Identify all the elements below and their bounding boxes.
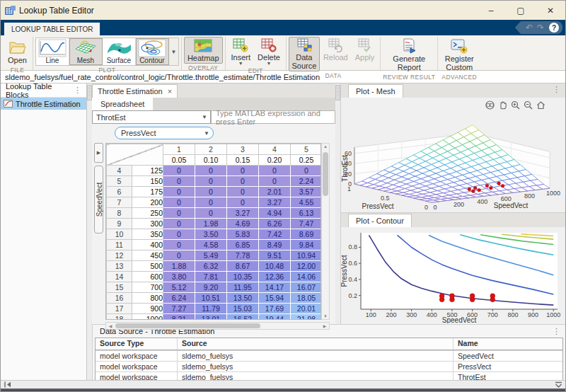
table-cell[interactable]: 4.58: [195, 240, 227, 250]
column-breakpoint[interactable]: 0.15: [227, 155, 259, 166]
matlab-expression-input[interactable]: Type MATLAB expression and press Enter: [211, 110, 335, 124]
horizontal-scroll-thumb[interactable]: [115, 323, 260, 328]
table-cell[interactable]: 0: [227, 166, 259, 176]
data-source-row[interactable]: model workspacesldemo_fuelsysPressVect: [96, 361, 562, 371]
row-breakpoint[interactable]: 800: [132, 293, 163, 304]
table-cell[interactable]: 0: [163, 250, 195, 261]
table-cell[interactable]: 3.57: [291, 187, 322, 197]
table-cell[interactable]: 6.13: [291, 208, 322, 219]
row-breakpoint[interactable]: 450: [132, 250, 163, 261]
table-cell[interactable]: 5.83: [227, 229, 259, 240]
table-cell[interactable]: 4.94: [259, 208, 291, 219]
table-cell[interactable]: 9.20: [195, 282, 227, 293]
table-cell[interactable]: 0: [227, 176, 259, 187]
table-cell[interactable]: 12.36: [259, 272, 291, 282]
table-cell[interactable]: 8.67: [227, 261, 259, 272]
plot-contour-button[interactable]: Contour: [136, 38, 169, 65]
table-cell[interactable]: 3.80: [163, 272, 195, 282]
table-cell[interactable]: 1.88: [163, 261, 195, 272]
table-cell[interactable]: 0: [227, 187, 259, 197]
table-cell[interactable]: 13.01: [195, 314, 227, 321]
plot-mesh-button[interactable]: Mesh: [69, 38, 103, 65]
table-cell[interactable]: 8.49: [259, 240, 291, 250]
table-cell[interactable]: 10.94: [291, 250, 322, 261]
delete-dropdown-icon[interactable]: ▼: [267, 62, 272, 65]
table-cell[interactable]: 0: [195, 208, 227, 219]
table-cell[interactable]: 14.06: [291, 272, 322, 282]
insert-dropdown-icon[interactable]: ▼: [238, 62, 243, 65]
mesh-plot[interactable]: 0200400600800100000.510204060SpeedVectPr…: [341, 98, 563, 211]
table-cell[interactable]: 0: [163, 219, 195, 229]
table-cell[interactable]: 0: [195, 197, 227, 208]
table-cell[interactable]: 0: [195, 187, 227, 197]
splitter-handle-icon[interactable]: ∙∙∙: [87, 85, 92, 100]
row-breakpoint[interactable]: 600: [132, 272, 163, 282]
column-breakpoint[interactable]: 0.25: [291, 155, 322, 166]
spreadsheet-table[interactable]: 123450.050.100.150.200.25412500000515000…: [105, 143, 321, 320]
table-cell[interactable]: 16.07: [291, 282, 322, 293]
table-cell[interactable]: 6.24: [163, 293, 195, 304]
delete-button[interactable]: Delete ▼: [254, 37, 284, 67]
collapse-bottom-icon[interactable]: [555, 381, 562, 388]
scroll-up-icon[interactable]: ▲: [322, 144, 329, 149]
table-cell[interactable]: 10.48: [259, 261, 291, 272]
table-cell[interactable]: 11.95: [227, 282, 259, 293]
table-cell[interactable]: 20.01: [291, 304, 322, 314]
help-button[interactable]: ?: [549, 23, 559, 33]
table-cell[interactable]: 7.42: [259, 229, 291, 240]
value-variable-combo[interactable]: ThrotEst ▼: [92, 110, 211, 124]
table-cell[interactable]: 0: [163, 240, 195, 250]
mesh-panel-menu-icon[interactable]: ⋮: [550, 85, 562, 94]
row-breakpoint[interactable]: 125: [132, 166, 163, 176]
table-cell[interactable]: 11.79: [195, 304, 227, 314]
horizontal-scrollbar[interactable]: ◀ ▶: [105, 322, 330, 330]
tab-spreadsheet[interactable]: Spreadsheet: [92, 98, 153, 110]
home-icon[interactable]: [536, 100, 545, 110]
scroll-right-icon[interactable]: ▶: [320, 323, 329, 328]
table-cell[interactable]: 0: [259, 176, 291, 187]
table-cell[interactable]: 5.12: [163, 282, 195, 293]
column-dimension-combo[interactable]: PressVect ▼: [115, 127, 214, 139]
main-plots-splitter[interactable]: ∙∙∙: [335, 83, 340, 324]
zoom-out-icon[interactable]: [524, 100, 533, 110]
row-breakpoint[interactable]: 150: [132, 176, 163, 187]
column-breakpoint[interactable]: 0.05: [163, 155, 195, 166]
table-cell[interactable]: 6.32: [195, 261, 227, 272]
table-cell[interactable]: 18.05: [291, 293, 322, 304]
table-cell[interactable]: 8.69: [291, 229, 322, 240]
table-cell[interactable]: 0: [195, 176, 227, 187]
row-breakpoint[interactable]: 250: [132, 208, 163, 219]
open-button[interactable]: Open: [4, 37, 30, 66]
row-breakpoint[interactable]: 400: [132, 240, 163, 250]
table-cell[interactable]: 0: [163, 166, 195, 176]
insert-button[interactable]: Insert ▼: [228, 37, 255, 67]
table-cell[interactable]: 10.35: [227, 272, 259, 282]
sidebar-splitter[interactable]: ∙∙∙: [87, 83, 92, 380]
table-cell[interactable]: 3.50: [195, 229, 227, 240]
data-source-menu-icon[interactable]: ⋮: [550, 327, 562, 336]
tab-throttle-estimation[interactable]: Throttle Estimation ×: [92, 84, 178, 98]
data-source-button[interactable]: Data Source: [289, 37, 320, 71]
table-cell[interactable]: 1.98: [195, 219, 227, 229]
table-cell[interactable]: 0: [163, 187, 195, 197]
table-cell[interactable]: 19.44: [259, 314, 291, 321]
scroll-down-icon[interactable]: ▼: [322, 314, 329, 318]
minimize-button[interactable]: –: [476, 1, 506, 20]
table-cell[interactable]: 2.01: [259, 187, 291, 197]
table-cell[interactable]: 7.81: [195, 272, 227, 282]
table-cell[interactable]: 4.69: [227, 219, 259, 229]
close-button[interactable]: ✕: [536, 1, 565, 20]
table-cell[interactable]: 2.24: [291, 176, 322, 187]
column-breakpoint[interactable]: 0.20: [259, 155, 291, 166]
table-cell[interactable]: 7.47: [291, 219, 322, 229]
row-breakpoint[interactable]: 200: [132, 197, 163, 208]
rotate-3d-icon[interactable]: [485, 100, 495, 110]
table-cell[interactable]: 13.50: [227, 293, 259, 304]
zoom-in-icon[interactable]: [511, 100, 520, 110]
undo-icon[interactable]: ↶: [526, 23, 533, 32]
plot-surface-button[interactable]: Surface: [103, 38, 136, 65]
sidebar-item-throttle-estimation[interactable]: Throttle Estimation: [1, 98, 86, 110]
table-cell[interactable]: 17.69: [259, 304, 291, 314]
table-cell[interactable]: 10.51: [195, 293, 227, 304]
table-cell[interactable]: 0: [163, 197, 195, 208]
